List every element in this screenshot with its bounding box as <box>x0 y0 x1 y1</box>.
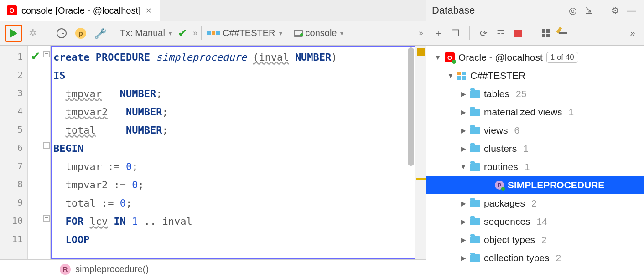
separator <box>47 26 47 40</box>
fold-handle[interactable] <box>43 215 50 222</box>
folder-icon <box>470 145 480 152</box>
run-button[interactable] <box>5 25 22 42</box>
folder-icon <box>470 254 480 262</box>
schema-dropdown[interactable]: C##TESTER ▾ <box>207 28 282 38</box>
chevron-down-icon: ▾ <box>169 30 172 37</box>
separator <box>532 26 532 40</box>
oracle-icon: O <box>7 5 17 16</box>
wrench-icon: 🔧 <box>94 27 106 39</box>
tree-routine-simpleprocedure[interactable]: P SIMPLEPROCEDURE <box>426 176 644 194</box>
p-icon: p <box>75 28 86 39</box>
duplicate-icon[interactable]: ❐ <box>448 28 463 39</box>
history-button[interactable] <box>53 25 70 42</box>
status-ok-icon: ✔ <box>31 49 41 63</box>
tree-schema[interactable]: ▼ C##TESTER <box>426 67 644 85</box>
chevron-right-icon[interactable]: ▶ <box>460 200 467 207</box>
edit-icon[interactable] <box>556 32 571 34</box>
folder-icon <box>470 218 480 225</box>
db-panel-header: Database ◎ ⇲ ⚙ — <box>426 0 644 21</box>
editor-toolbar: ✲ p 🔧 Tx: Manual ▾ ✔ » C##TESTER ▾ conso… <box>0 21 426 46</box>
schema-icon <box>207 31 220 35</box>
chevron-down-icon[interactable]: ▼ <box>435 54 441 61</box>
tree-folder-tables[interactable]: ▶ tables 25 <box>426 85 644 103</box>
session-dropdown[interactable]: console ▾ <box>294 28 344 38</box>
line-number-gutter: 1 2 3 4 5 6 7 8 9 10 11 <box>0 46 28 259</box>
tree-datasource[interactable]: ▼ O Oracle - @localhost 1 of 40 <box>426 48 644 67</box>
chevron-right-icon[interactable]: ▶ <box>460 108 467 116</box>
folder-icon <box>470 163 480 170</box>
chevron-right-icon[interactable]: ▶ <box>460 145 467 152</box>
warning-marker[interactable] <box>416 178 426 180</box>
editor-tab-label: console [Oracle - @localhost] <box>21 5 141 16</box>
more-icon[interactable]: » <box>193 28 196 38</box>
chevron-right-icon[interactable]: ▶ <box>460 218 467 225</box>
routine-label: SIMPLEPROCEDURE <box>508 180 604 191</box>
more-icon[interactable]: » <box>419 28 421 38</box>
tree-folder-routines[interactable]: ▼ routines 1 <box>426 158 644 176</box>
fold-handle[interactable] <box>43 51 50 57</box>
bug-icon: ✲ <box>29 27 37 39</box>
chevron-down-icon[interactable]: ▼ <box>447 72 454 79</box>
schema-label: C##TESTER <box>470 70 525 81</box>
tree-folder-collection-types[interactable]: ▶ collection types 2 <box>426 249 644 267</box>
chevron-right-icon[interactable]: ▶ <box>460 254 467 262</box>
more-icon[interactable]: » <box>624 28 639 38</box>
tree-folder-views[interactable]: ▶ views 6 <box>426 121 644 140</box>
warning-icon[interactable] <box>417 48 425 56</box>
datasource-label: Oracle - @localhost <box>458 52 543 63</box>
annotation-gutter: ✔ <box>28 46 51 259</box>
chevron-down-icon: ▾ <box>279 30 282 37</box>
procedure-badge[interactable]: p <box>72 25 89 42</box>
tx-mode-label: Tx: Manual <box>120 28 165 38</box>
tx-mode-dropdown[interactable]: Tx: Manual ▾ <box>120 28 172 38</box>
separator <box>577 26 577 40</box>
collapse-icon[interactable]: ⇲ <box>582 5 595 16</box>
chevron-right-icon[interactable]: ▶ <box>460 90 467 98</box>
routine-icon: R <box>60 264 71 275</box>
clock-icon <box>57 28 67 38</box>
marker-stripe <box>415 46 426 259</box>
session-label: console <box>306 28 337 38</box>
tree-folder-clusters[interactable]: ▶ clusters 1 <box>426 140 644 158</box>
schema-icon <box>457 72 467 80</box>
tree-folder-object-types[interactable]: ▶ object types 2 <box>426 231 644 249</box>
code-editor[interactable]: 1 2 3 4 5 6 7 8 9 10 11 ✔ create PROCEDU <box>0 46 426 259</box>
procedure-icon: P <box>495 181 504 190</box>
separator <box>288 26 288 40</box>
chevron-right-icon[interactable]: ▶ <box>460 127 467 134</box>
fold-handle[interactable] <box>43 142 50 149</box>
folder-icon <box>470 90 480 98</box>
chevron-right-icon[interactable]: ▶ <box>460 236 467 243</box>
db-tree[interactable]: ▼ O Oracle - @localhost 1 of 40 ▼ C##TES… <box>426 46 644 279</box>
folder-icon <box>470 127 480 134</box>
breadcrumb-label[interactable]: simpleprocedure() <box>75 264 149 274</box>
play-icon <box>10 29 17 38</box>
tree-folder-sequences[interactable]: ▶ sequences 14 <box>426 212 644 231</box>
separator <box>114 26 114 40</box>
db-panel-title: Database <box>432 5 475 16</box>
folder-icon <box>470 200 480 207</box>
editor-tab-console[interactable]: O console [Oracle - @localhost] ✕ <box>0 0 160 21</box>
refresh-icon[interactable]: ⟳ <box>476 28 491 39</box>
close-icon[interactable]: ✕ <box>145 6 151 15</box>
chevron-down-icon[interactable]: ▼ <box>460 163 467 170</box>
tree-folder-matviews[interactable]: ▶ materialized views 1 <box>426 103 644 121</box>
table-view-icon[interactable] <box>539 29 553 37</box>
folder-icon <box>470 108 480 116</box>
target-icon[interactable]: ◎ <box>566 5 579 16</box>
separator <box>469 26 470 40</box>
chevron-down-icon: ▾ <box>340 30 343 37</box>
settings-button[interactable]: 🔧 <box>91 25 109 42</box>
oracle-icon: O <box>445 52 455 62</box>
stop-icon[interactable] <box>511 30 525 37</box>
add-icon[interactable]: ＋ <box>431 27 446 39</box>
tree-folder-packages[interactable]: ▶ packages 2 <box>426 194 644 212</box>
minimize-icon[interactable]: — <box>625 5 638 16</box>
code-text[interactable]: create PROCEDURE simpleprocedure (inval … <box>51 46 415 259</box>
debug-button[interactable]: ✲ <box>24 25 42 42</box>
filter-icon[interactable]: ☲ <box>493 28 508 39</box>
commit-button[interactable]: ✔ <box>174 25 191 42</box>
gear-icon[interactable]: ⚙ <box>609 5 622 16</box>
editor-tabstrip: O console [Oracle - @localhost] ✕ <box>0 0 426 21</box>
scrollbar[interactable] <box>408 47 414 166</box>
